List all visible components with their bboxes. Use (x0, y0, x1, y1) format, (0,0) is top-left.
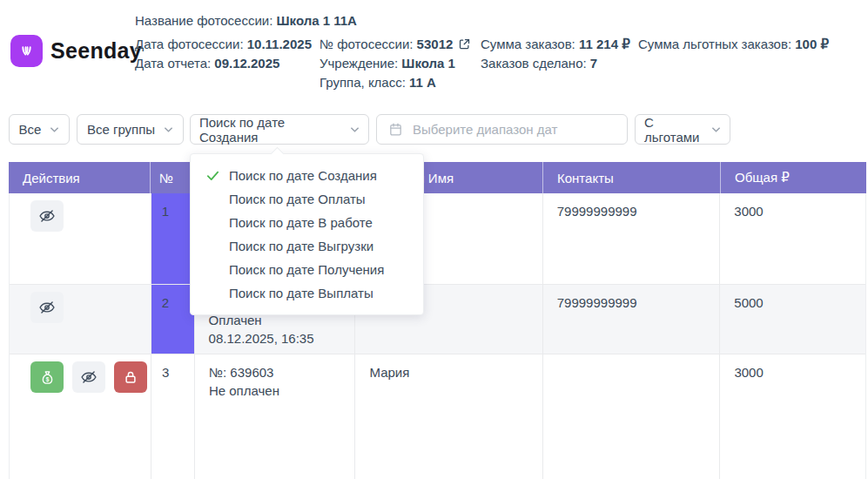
external-link-icon[interactable] (458, 37, 471, 50)
session-number-line: № фотосессии: 53012 (320, 35, 471, 54)
chevron-down-icon (711, 126, 721, 133)
calendar-icon (388, 122, 403, 137)
eye-slash-icon (38, 299, 56, 316)
hide-button[interactable] (30, 200, 64, 232)
date-search-menu-item[interactable]: Поиск по дате Получения (191, 258, 423, 281)
orders-count-line: Заказов сделано: 7 (481, 54, 630, 73)
money-bag-icon: $ (39, 369, 56, 386)
menu-item-label: Поиск по дате Оплаты (229, 192, 366, 206)
contacts-cell: 79999999999 (542, 193, 720, 284)
eye-slash-icon (80, 368, 98, 386)
hide-button[interactable] (30, 292, 64, 323)
brand-name: Seenday (50, 38, 142, 64)
session-name-value: Школа 1 11А (277, 13, 357, 28)
eye-slash-icon (38, 207, 56, 225)
column-header-number: № (150, 162, 193, 193)
check-icon (205, 168, 220, 183)
date-search-type-dropdown[interactable]: Поиск по дате Создания (190, 114, 369, 145)
menu-item-label: Поиск по дате Получения (229, 262, 384, 277)
hide-button[interactable] (72, 361, 105, 393)
orders-table-header: Действия № Фамилия Имя Контакты Общая ₽ (9, 162, 866, 193)
orders-table: Действия № Фамилия Имя Контакты Общая ₽ … (9, 162, 866, 479)
session-name-label: Название фотосессии: (135, 13, 273, 28)
date-search-menu-item[interactable]: Поиск по дате Выплаты (191, 281, 423, 305)
row-actions-cell (10, 285, 151, 354)
session-info-col-4: Сумма льготных заказов: 100 ₽ (638, 35, 829, 54)
chevron-down-icon (350, 126, 360, 133)
row-actions-cell (10, 193, 151, 284)
contacts-cell (542, 354, 719, 479)
group-line: Группа, класс: 11 А (320, 73, 471, 92)
photoshoot-report-page: Seenday Название фотосессии: Школа 1 11А… (0, 0, 868, 479)
name-cell: Мария (354, 354, 542, 479)
menu-item-label: Поиск по дате Создания (229, 168, 377, 183)
svg-text:$: $ (45, 375, 49, 382)
table-row: $3№: 639603Не оплаченМария3000 (10, 354, 865, 479)
session-info-col-2: № фотосессии: 53012 Учреждение: Школа 1 … (320, 35, 471, 92)
row-actions-cell: $ (10, 354, 151, 479)
payout-button[interactable]: $ (30, 361, 64, 393)
column-header-actions: Действия (9, 162, 150, 193)
orders-table-body: 17999999999930002Оплачен08.12.2025, 16:3… (9, 193, 866, 479)
row-number-cell: 2 (151, 285, 194, 354)
total-cell: 3000 (719, 193, 865, 284)
date-search-menu-item[interactable]: Поиск по дате Создания (191, 164, 423, 187)
chevron-down-icon (50, 126, 59, 133)
column-header-contacts: Контакты (542, 162, 720, 193)
table-row: 1799999999993000 (10, 193, 865, 285)
status-filter-dropdown[interactable]: Все (9, 114, 70, 145)
table-row: 2Оплачен08.12.2025, 16:35799999999995000 (10, 285, 865, 354)
total-cell: 3000 (719, 354, 865, 479)
orders-sum-line: Сумма заказов: 11 214 ₽ (481, 35, 630, 54)
menu-item-label: Поиск по дате В работе (229, 215, 373, 230)
seenday-logo[interactable]: Seenday (10, 35, 142, 67)
contacts-cell: 79999999999 (542, 285, 720, 354)
session-name-line: Название фотосессии: Школа 1 11А (135, 11, 357, 30)
date-search-menu-item[interactable]: Поиск по дате В работе (191, 211, 423, 234)
session-info-col-3: Сумма заказов: 11 214 ₽ Заказов сделано:… (481, 35, 630, 73)
lock-button[interactable] (114, 361, 147, 393)
order-info-cell: №: 639603Не оплачен (194, 354, 355, 479)
chevron-down-icon (164, 126, 173, 133)
benefits-filter-dropdown[interactable]: С льготами (635, 114, 730, 145)
column-header-total: Общая ₽ (720, 162, 866, 193)
row-number-cell: 1 (151, 193, 194, 284)
date-search-menu-item[interactable]: Поиск по дате Оплаты (191, 187, 423, 211)
row-number-cell: 3 (151, 354, 194, 479)
date-search-menu-item[interactable]: Поиск по дате Выгрузки (191, 234, 423, 258)
groups-filter-dropdown[interactable]: Все группы (77, 114, 184, 145)
benefit-sum-line: Сумма льготных заказов: 100 ₽ (638, 35, 829, 54)
seenday-logo-icon (10, 35, 43, 67)
menu-item-label: Поиск по дате Выгрузки (229, 239, 373, 253)
date-range-input[interactable] (411, 121, 616, 138)
institution-line: Учреждение: Школа 1 (320, 54, 471, 73)
total-cell: 5000 (719, 285, 865, 354)
date-search-menu: Поиск по дате СозданияПоиск по дате Опла… (190, 153, 424, 315)
date-range-picker[interactable] (376, 114, 628, 145)
lock-icon (123, 369, 138, 385)
menu-item-label: Поиск по дате Выплаты (229, 286, 373, 300)
